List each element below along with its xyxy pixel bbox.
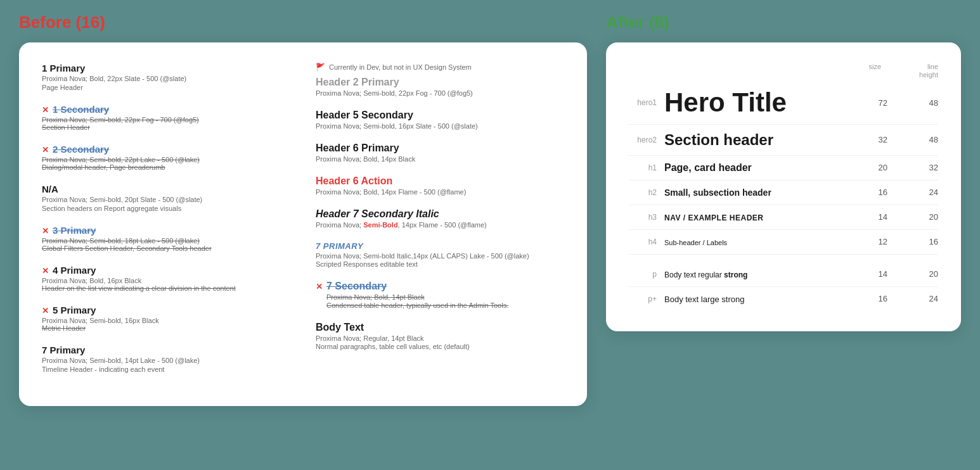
type-usage: Global Filters Section Header, Secondary…	[42, 245, 290, 252]
column-headers-row: size lineheight	[629, 63, 938, 82]
typography-sample: Hero Title	[664, 87, 787, 117]
table-row: h2 Small, subsection header 16 24	[629, 181, 938, 205]
row-text: Body text large strong	[664, 293, 854, 305]
type-name: Body Text	[316, 322, 564, 333]
typography-sample: Body text large	[664, 295, 721, 304]
type-name: 7 PRIMARY	[316, 241, 564, 251]
before-left-col: 1 Primary Proxima Nova; Bold, 22px Slate…	[42, 63, 290, 386]
type-name: 4 Primary	[53, 265, 96, 276]
type-meta: Proxima Nova; Semi-bold, 16px Black	[42, 317, 290, 324]
size-col-header: size	[856, 63, 881, 79]
row-text: Section header	[664, 131, 854, 149]
row-label: h1	[629, 163, 657, 172]
list-item: Header 7 Secondary Italic Proxima Nova; …	[316, 208, 564, 229]
row-label: hero2	[629, 136, 657, 144]
before-right-col: 🚩 Currently in Dev, but not in UX Design…	[316, 63, 564, 386]
type-meta: Proxima Nova; Semi-Bold, 14px Flame - 50…	[316, 221, 564, 229]
table-row: h4 Sub-header / Labels 12 16	[629, 230, 938, 255]
remove-icon: ✕	[42, 266, 49, 276]
list-item: Header 6 Primary Proxima Nova; Bold, 14p…	[316, 143, 564, 163]
flag-text: Currently in Dev, but not in UX Design S…	[329, 63, 472, 71]
type-usage: Section Header	[42, 124, 290, 131]
type-usage: Section headers on Report aggregate visu…	[42, 205, 290, 212]
row-label: h4	[629, 238, 657, 246]
line-height-value: 16	[913, 237, 938, 246]
table-row: p+ Body text large strong 16 24	[629, 287, 938, 311]
type-name: 2 Secondary	[53, 144, 109, 155]
list-item: 7 PRIMARY Proxima Nova; Semi-bold Italic…	[316, 241, 564, 268]
typography-sample: NAV / EXAMPLE HEADER	[664, 213, 763, 222]
type-name: Header 5 Secondary	[316, 110, 564, 121]
list-item: ✕ 2 Secondary Proxima Nova; Semi-bold, 2…	[42, 144, 290, 171]
spacer	[629, 255, 938, 262]
type-meta: Proxima Nova; Bold, 16px Black	[42, 277, 290, 284]
list-item: ✕ 5 Primary Proxima Nova; Semi-bold, 16p…	[42, 305, 290, 332]
line-height-value: 48	[913, 98, 938, 108]
table-row: h1 Page, card header 20 32	[629, 156, 938, 181]
type-usage: Timeline Header - indicating each event	[42, 365, 290, 373]
type-meta: Proxima Nova; Semi-bold, 22px Fog - 700 …	[42, 116, 290, 124]
row-text: Sub-header / Labels	[664, 236, 854, 248]
list-item: Body Text Proxima Nova; Regular, 14pt Bl…	[316, 322, 564, 350]
type-meta: Proxima Nova; Bold, 14px Flame - 500 (@f…	[316, 188, 564, 196]
type-meta: Proxima Nova; Semi-bold, 22pt Lake - 500…	[42, 156, 290, 163]
row-label: hero1	[629, 98, 657, 107]
type-name: Header 6 Action	[316, 175, 564, 187]
list-item: Header 5 Secondary Proxima Nova; Semi-bo…	[316, 110, 564, 130]
type-meta: Proxima Nova; Semi-bold, 18pt Lake - 500…	[42, 237, 290, 245]
size-value: 14	[862, 212, 887, 222]
list-item: ✕ 4 Primary Proxima Nova; Bold, 16px Bla…	[42, 265, 290, 292]
type-name: 1 Primary	[42, 63, 290, 73]
size-value: 16	[862, 187, 887, 197]
type-usage: Page Header	[42, 84, 290, 91]
size-value: 32	[862, 135, 887, 144]
type-usage: Scripted Responses editable text	[316, 260, 564, 268]
line-height-col-header: lineheight	[906, 63, 938, 79]
type-name: Header 2 Primary	[316, 77, 564, 88]
remove-icon: ✕	[42, 226, 49, 236]
line-height-value: 20	[913, 269, 938, 279]
after-title: After (8)	[606, 13, 961, 32]
table-row: p Body text regular strong 14 20	[629, 262, 938, 287]
remove-icon: ✕	[316, 282, 323, 291]
after-card: size lineheight hero1 Hero Title 72 48 h…	[606, 42, 961, 331]
type-meta: Proxima Nova; Bold, 14px Black	[316, 155, 564, 163]
type-name: 7 Primary	[42, 345, 290, 355]
before-card: 1 Primary Proxima Nova; Bold, 22px Slate…	[19, 42, 587, 406]
row-label: p	[629, 270, 657, 279]
row-text: NAV / EXAMPLE HEADER	[664, 212, 854, 223]
remove-icon: ✕	[42, 306, 49, 315]
type-meta: Proxima Nova; Semi-bold, 22px Fog - 700 …	[316, 89, 564, 97]
row-text: Page, card header	[664, 162, 854, 174]
size-value: 14	[862, 269, 887, 279]
size-value: 12	[862, 237, 887, 246]
before-title: Before (16)	[19, 13, 587, 32]
size-value: 20	[862, 163, 887, 172]
type-usage: Metric Header	[42, 324, 290, 332]
typography-sample: Body text regular	[664, 270, 724, 279]
remove-icon: ✕	[42, 145, 49, 155]
size-value: 16	[862, 294, 887, 303]
line-height-value: 32	[913, 163, 938, 172]
list-item: Header 6 Action Proxima Nova; Bold, 14px…	[316, 175, 564, 196]
typography-sample: Sub-header / Labels	[664, 239, 727, 246]
remove-icon: ✕	[42, 105, 49, 115]
type-name: Header 6 Primary	[316, 143, 564, 154]
type-name: Header 7 Secondary Italic	[316, 208, 564, 220]
type-meta: Proxima Nova; Semi-bold, 14pt Lake - 500…	[42, 357, 290, 364]
after-section: After (8) size lineheight hero1 Hero Tit…	[606, 13, 961, 331]
row-label: h2	[629, 188, 657, 197]
list-item: 7 Primary Proxima Nova; Semi-bold, 14pt …	[42, 345, 290, 373]
row-label: h3	[629, 213, 657, 222]
list-item: 1 Primary Proxima Nova; Bold, 22px Slate…	[42, 63, 290, 91]
type-meta: Proxima Nova; Semi-bold, 16px Slate - 50…	[316, 122, 564, 130]
type-meta: Proxima Nova; Bold, 22px Slate - 500 (@s…	[42, 75, 290, 82]
before-section: Before (16) 1 Primary Proxima Nova; Bold…	[19, 13, 587, 406]
list-item: ✕ 7 Secondary Proxima Nova; Bold, 14pt B…	[316, 281, 564, 309]
type-name: 1 Secondary	[53, 104, 109, 115]
list-item: N/A Proxima Nova; Semi-bold, 20pt Slate …	[42, 184, 290, 212]
table-row: hero1 Hero Title 72 48	[629, 82, 938, 124]
typography-sample: Section header	[664, 131, 773, 148]
table-row: hero2 Section header 32 48	[629, 125, 938, 156]
type-usage: Header on the list view indicating a cle…	[42, 284, 290, 292]
